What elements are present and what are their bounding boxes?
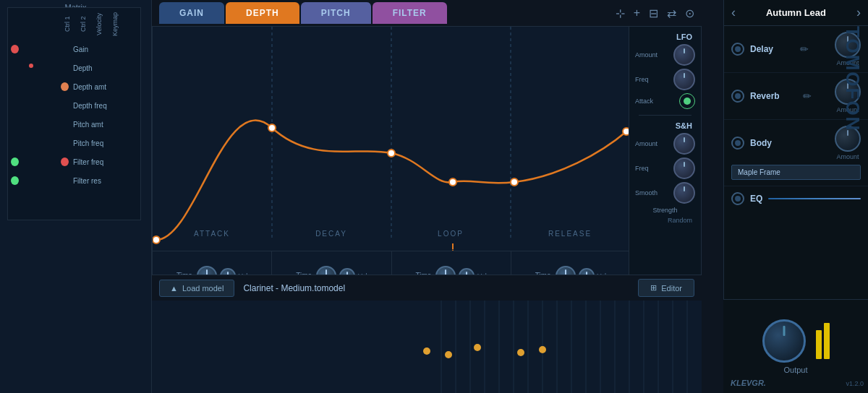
row-dots	[11, 176, 69, 185]
matrix-dot[interactable]	[44, 176, 52, 185]
output-row	[762, 319, 830, 363]
tab-filter[interactable]: FILTER	[373, 2, 447, 24]
matrix-dot[interactable]	[44, 120, 52, 129]
lfo-freq-knob[interactable]	[673, 69, 695, 90]
lfo-freq-row: Freq	[632, 69, 698, 90]
matrix-row: Depth freq	[11, 96, 137, 115]
sh-smooth-label: Smooth	[635, 189, 658, 196]
sh-smooth-knob[interactable]	[673, 182, 695, 204]
svg-point-37	[474, 344, 481, 351]
matrix-dot[interactable]	[61, 176, 69, 185]
matrix-row: Pitch freq	[11, 134, 137, 152]
sh-amount-knob[interactable]	[673, 133, 695, 155]
matrix-dot[interactable]	[11, 101, 19, 110]
col-label-ctrl1: Ctrl 1	[64, 11, 71, 37]
matrix-dot[interactable]	[11, 139, 19, 147]
matrix-dot[interactable]	[27, 82, 35, 91]
matrix-dot[interactable]	[61, 45, 69, 53]
matrix-dot[interactable]	[61, 157, 69, 166]
sh-amount-row: Amount	[632, 133, 698, 155]
matrix-dot[interactable]	[44, 101, 52, 110]
matrix-dot[interactable]	[59, 64, 68, 72]
lfo-attack-label: Attack	[635, 98, 653, 105]
matrix-dot[interactable]	[11, 176, 19, 185]
model-name: Clarinet - Medium.tomodel	[243, 283, 345, 293]
lfo-attack-button[interactable]	[679, 93, 695, 109]
matrix-dot[interactable]	[44, 157, 52, 166]
output-meter	[816, 323, 830, 359]
matrix-dot[interactable]	[61, 101, 69, 110]
lfo-amount-knob[interactable]	[673, 44, 695, 66]
svg-point-38	[517, 349, 524, 356]
mod-divider	[639, 115, 692, 116]
reverb-edit-icon[interactable]: ✏	[803, 90, 812, 102]
load-icon: ▲	[170, 284, 178, 293]
loop-icon[interactable]: ⇄	[667, 7, 676, 20]
matrix-header: Ctrl 1 Ctrl 2 Velocity Keymap	[8, 8, 140, 38]
load-model-button[interactable]: ▲ Load model	[159, 280, 234, 297]
cursor-icon[interactable]: ⊹	[616, 7, 625, 20]
sh-amount-label: Amount	[635, 140, 658, 147]
lfo-freq-label: Freq	[635, 76, 649, 83]
col-label-ctrl2: Ctrl 2	[80, 11, 87, 37]
settings-icon[interactable]: ⊙	[685, 7, 694, 20]
matrix-dot[interactable]	[12, 64, 20, 72]
random-label: Random	[632, 217, 698, 224]
body-power-button[interactable]	[731, 137, 744, 150]
matrix-dot[interactable]	[42, 64, 51, 72]
load-model-bar: ▲ Load model Clarinet - Medium.tomodel ⊞…	[152, 275, 702, 301]
editor-label: Editor	[661, 284, 682, 293]
matrix-dot[interactable]	[11, 45, 19, 53]
tab-depth[interactable]: DEPTH	[226, 2, 299, 24]
row-dots	[11, 101, 69, 110]
body-type-selector[interactable]: Maple Frame	[731, 165, 861, 180]
matrix-dot[interactable]	[27, 101, 35, 110]
output-knob[interactable]	[762, 319, 806, 363]
matrix-dot[interactable]	[11, 82, 19, 91]
delete-icon[interactable]: ⊟	[649, 7, 658, 20]
matrix-dot[interactable]	[27, 157, 35, 166]
matrix-dot[interactable]	[27, 139, 35, 147]
output-section: Output KLEVGR. v1.2.0	[723, 299, 868, 393]
matrix-dot[interactable]	[29, 64, 33, 68]
tab-pitch[interactable]: PITCH	[301, 2, 371, 24]
lfo-title: LFO	[676, 33, 698, 41]
matrix-dot[interactable]	[27, 120, 35, 129]
reverb-power-button[interactable]	[731, 90, 744, 103]
row-label: Depth freq	[73, 102, 137, 110]
lfo-amount-row: Amount	[632, 44, 698, 66]
body-amount-label: Amount	[836, 153, 859, 160]
matrix-dot[interactable]	[61, 82, 69, 91]
tab-gain[interactable]: GAIN	[159, 2, 224, 24]
preset-name: Autumn Lead	[766, 7, 826, 18]
matrix-dot[interactable]	[44, 82, 52, 91]
row-dots	[11, 64, 69, 72]
svg-text:RELEASE: RELEASE	[548, 230, 592, 238]
body-name: Body	[750, 138, 772, 148]
body-left: Body	[731, 137, 772, 150]
toolbar-icons: ⊹ + ⊟ ⇄ ⊙	[616, 7, 694, 20]
matrix-dot[interactable]	[11, 120, 19, 129]
version-text: v1.2.0	[846, 380, 864, 387]
delay-edit-icon[interactable]: ✏	[800, 43, 809, 55]
sh-freq-knob[interactable]	[673, 157, 695, 179]
prev-preset-button[interactable]: ‹	[731, 5, 736, 20]
sh-title: S&H	[676, 121, 698, 130]
preset-nav: ‹ Autumn Lead ›	[724, 0, 868, 26]
delay-power-button[interactable]	[731, 43, 744, 56]
matrix-row: Pitch amt	[11, 115, 137, 134]
matrix-dot[interactable]	[44, 139, 52, 147]
svg-point-4	[268, 124, 276, 131]
next-preset-button[interactable]: ›	[856, 5, 861, 20]
matrix-dot[interactable]	[27, 176, 35, 185]
matrix-dot[interactable]	[44, 45, 52, 53]
delay-left: Delay	[731, 43, 773, 56]
eq-power-button[interactable]	[731, 192, 744, 205]
matrix-dot[interactable]	[27, 45, 35, 53]
matrix-dot[interactable]	[61, 120, 69, 129]
matrix-dot[interactable]	[11, 157, 19, 166]
matrix-dot[interactable]	[61, 139, 69, 147]
right-panel: ‹ Autumn Lead › Delay ✏ Amount Reverb ✏ …	[723, 0, 868, 393]
editor-button[interactable]: ⊞ Editor	[638, 279, 694, 297]
add-icon[interactable]: +	[634, 7, 640, 20]
